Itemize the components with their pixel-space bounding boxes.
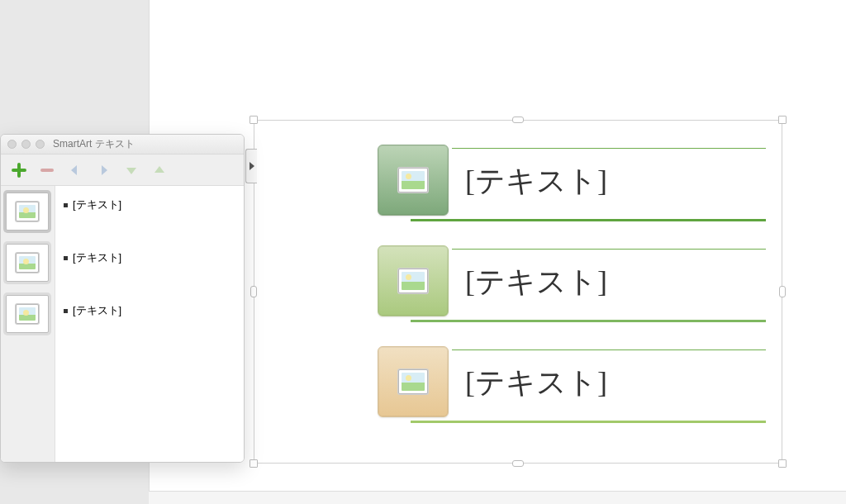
list-item[interactable]: [テキスト]: [64, 197, 235, 212]
list-item[interactable]: [テキスト]: [64, 250, 235, 265]
panel-titlebar[interactable]: SmartArt テキスト: [1, 135, 244, 155]
thumbnail-column: [1, 186, 55, 462]
smartart-text: [テキスト]: [465, 262, 607, 302]
resize-handle-ne[interactable]: [778, 116, 787, 124]
smartart-picture-placeholder[interactable]: [378, 346, 449, 417]
window-minimize-icon[interactable]: [21, 140, 31, 149]
shape-thumbnail[interactable]: [6, 244, 49, 282]
smartart-picture-placeholder[interactable]: [378, 145, 449, 216]
smartart-underline: [411, 320, 766, 322]
bullet-icon: [64, 203, 68, 207]
text-pane-toggle[interactable]: [245, 149, 257, 183]
smartart-textbox[interactable]: [テキスト]: [452, 148, 766, 214]
resize-handle-s[interactable]: [512, 460, 524, 467]
smartart-row[interactable]: [テキスト]: [378, 346, 782, 437]
resize-handle-sw[interactable]: [250, 459, 258, 468]
move-down-button[interactable]: [121, 160, 141, 180]
smartart-underline: [411, 421, 766, 423]
smartart-textbox[interactable]: [テキスト]: [452, 349, 766, 416]
move-up-button[interactable]: [150, 160, 169, 180]
shape-thumbnail[interactable]: [6, 295, 49, 333]
image-icon: [16, 202, 39, 221]
smartart-row[interactable]: [テキスト]: [378, 145, 782, 235]
resize-handle-n[interactable]: [512, 116, 524, 123]
panel-toolbar: [1, 155, 244, 186]
remove-shape-button[interactable]: [37, 160, 57, 180]
outline-text: [テキスト]: [73, 303, 121, 318]
image-icon: [398, 269, 428, 293]
smartart-underline: [411, 219, 766, 221]
smartart-frame[interactable]: [テキスト] [テキスト] [テキスト]: [254, 120, 782, 464]
smartart-content: [テキスト] [テキスト] [テキスト]: [378, 145, 782, 447]
smartart-picture-placeholder[interactable]: [378, 245, 449, 316]
window-close-icon[interactable]: [7, 140, 17, 149]
text-outline-column[interactable]: [テキスト] [テキスト] [テキスト]: [55, 186, 244, 462]
smartart-text: [テキスト]: [465, 161, 607, 202]
image-icon: [398, 168, 428, 193]
add-shape-button[interactable]: [9, 160, 29, 180]
smartart-text-panel[interactable]: SmartArt テキスト [テキスト] [テキスト] [テキス: [0, 134, 245, 463]
image-icon: [16, 253, 39, 273]
demote-button[interactable]: [93, 160, 113, 180]
panel-title: SmartArt テキスト: [53, 137, 135, 151]
panel-body: [テキスト] [テキスト] [テキスト]: [1, 186, 244, 462]
resize-handle-w[interactable]: [250, 286, 257, 297]
bullet-icon: [64, 309, 68, 313]
promote-button[interactable]: [65, 160, 85, 180]
smartart-text: [テキスト]: [465, 363, 607, 403]
shape-thumbnail[interactable]: [6, 193, 49, 231]
resize-handle-nw[interactable]: [250, 116, 258, 124]
smartart-textbox[interactable]: [テキスト]: [452, 249, 766, 315]
window-zoom-icon[interactable]: [36, 140, 45, 149]
outline-text: [テキスト]: [73, 250, 121, 265]
outline-text: [テキスト]: [73, 197, 121, 212]
bullet-icon: [64, 256, 68, 260]
image-icon: [398, 369, 428, 394]
resize-handle-se[interactable]: [778, 459, 787, 468]
smartart-row[interactable]: [テキスト]: [378, 245, 782, 336]
image-icon: [16, 304, 39, 324]
list-item[interactable]: [テキスト]: [64, 303, 235, 318]
